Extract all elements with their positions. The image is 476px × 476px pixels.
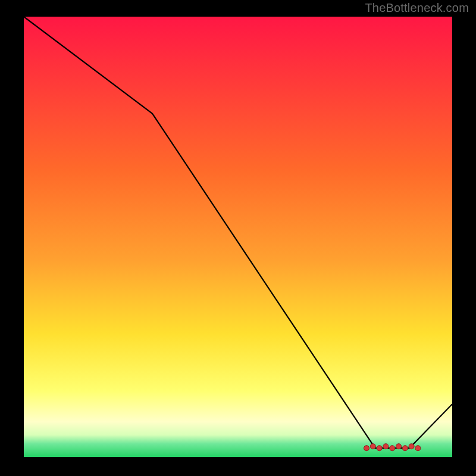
bottleneck-chart (24, 17, 452, 457)
optimal-marker (377, 446, 382, 451)
optimal-marker (402, 446, 408, 451)
optimal-marker (370, 444, 375, 449)
optimal-marker (383, 444, 389, 449)
optimal-marker (415, 446, 421, 451)
optimal-marker (409, 444, 414, 449)
optimal-marker (364, 446, 369, 451)
attribution-text: TheBottleneck.com (365, 1, 469, 15)
chart-frame: TheBottleneck.com (0, 0, 476, 476)
optimal-marker (396, 444, 402, 449)
plot-area (24, 17, 452, 457)
gradient-background (24, 17, 452, 457)
optimal-marker (390, 446, 395, 451)
